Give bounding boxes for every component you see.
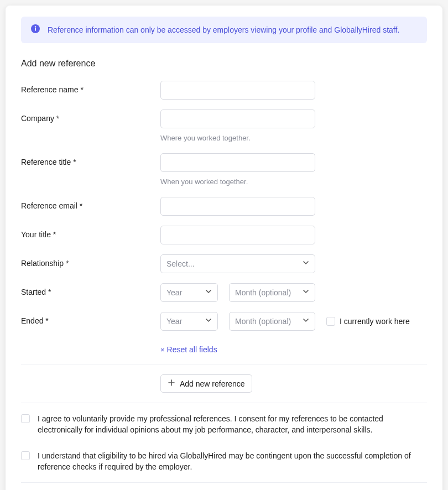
input-reference-title[interactable] (160, 153, 315, 172)
label-ended: Ended * (21, 312, 160, 325)
consent-row-1: I agree to voluntarily provide my profes… (21, 403, 427, 440)
consent-text-2: I understand that eligibility to be hire… (38, 450, 427, 473)
row-reference-email: Reference email * (21, 197, 427, 216)
label-your-title: Your title * (21, 226, 160, 239)
label-currently-work: I currently work here (340, 317, 410, 326)
select-ended-year[interactable]: Year (160, 312, 218, 331)
helper-reference-title: When you worked together. (160, 178, 427, 186)
checkbox-consent-1[interactable] (21, 414, 30, 423)
info-banner-text: Reference information can only be access… (48, 25, 399, 34)
add-reference-card: Reference information can only be access… (6, 6, 442, 490)
label-started: Started * (21, 283, 160, 296)
info-icon (31, 24, 40, 35)
checkbox-consent-2[interactable] (21, 451, 30, 460)
select-ended-month[interactable]: Month (optional) (229, 312, 315, 331)
row-relationship: Relationship * Select... (21, 254, 427, 273)
section-title: Add new reference (21, 59, 427, 69)
input-reference-name[interactable] (160, 81, 315, 100)
select-started-month[interactable]: Month (optional) (229, 283, 315, 302)
row-company: Company * (21, 110, 427, 128)
reset-label: Reset all fields (167, 345, 217, 354)
add-button-label: Add new reference (180, 379, 245, 388)
label-reference-name: Reference name * (21, 81, 160, 94)
consent-text-1: I agree to voluntarily provide my profes… (38, 413, 427, 436)
input-company[interactable] (160, 110, 315, 128)
svg-point-1 (35, 26, 36, 27)
footer: Save changes (21, 483, 427, 490)
consent-row-2: I understand that eligibility to be hire… (21, 440, 427, 477)
close-icon: × (160, 346, 165, 354)
label-reference-email: Reference email * (21, 197, 160, 210)
label-company: Company * (21, 110, 160, 123)
input-reference-email[interactable] (160, 197, 315, 216)
select-relationship[interactable]: Select... (160, 254, 315, 273)
add-new-reference-button[interactable]: Add new reference (160, 374, 252, 393)
helper-company: Where you worked together. (160, 134, 427, 142)
info-banner: Reference information can only be access… (21, 17, 427, 43)
reset-all-fields-link[interactable]: ×Reset all fields (160, 345, 217, 354)
input-your-title[interactable] (160, 226, 315, 244)
row-reference-title: Reference title * (21, 153, 427, 172)
label-reference-title: Reference title * (21, 153, 160, 166)
row-your-title: Your title * (21, 226, 427, 244)
row-reference-name: Reference name * (21, 81, 427, 100)
checkbox-currently-work[interactable] (326, 317, 335, 326)
plus-icon (168, 379, 175, 388)
row-ended: Ended * Year Month (optional) I currentl… (21, 312, 427, 331)
label-relationship: Relationship * (21, 254, 160, 268)
svg-rect-2 (35, 28, 36, 31)
row-started: Started * Year Month (optional) (21, 283, 427, 302)
currently-work-wrap: I currently work here (326, 317, 410, 326)
select-started-year[interactable]: Year (160, 283, 218, 302)
